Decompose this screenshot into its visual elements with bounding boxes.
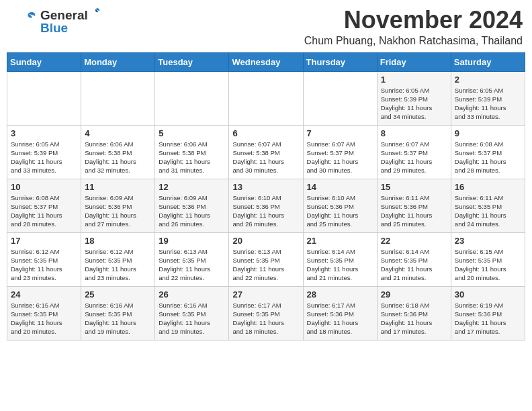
calendar-cell: 7Sunrise: 6:07 AM Sunset: 5:37 PM Daylig… <box>303 125 377 179</box>
logo-general: General <box>40 9 88 21</box>
calendar-week-1: 1Sunrise: 6:05 AM Sunset: 5:39 PM Daylig… <box>7 71 525 125</box>
calendar-cell: 24Sunrise: 6:15 AM Sunset: 5:35 PM Dayli… <box>7 286 81 340</box>
day-number: 3 <box>11 128 77 138</box>
calendar-cell: 4Sunrise: 6:06 AM Sunset: 5:38 PM Daylig… <box>81 125 155 179</box>
col-sunday: Sunday <box>7 52 81 71</box>
day-info: Sunrise: 6:15 AM Sunset: 5:35 PM Dayligh… <box>455 247 521 283</box>
day-info: Sunrise: 6:08 AM Sunset: 5:37 PM Dayligh… <box>455 140 521 175</box>
calendar-cell: 23Sunrise: 6:15 AM Sunset: 5:35 PM Dayli… <box>451 232 525 286</box>
calendar-cell: 3Sunrise: 6:05 AM Sunset: 5:39 PM Daylig… <box>7 125 81 179</box>
day-info: Sunrise: 6:05 AM Sunset: 5:39 PM Dayligh… <box>455 86 521 122</box>
day-info: Sunrise: 6:06 AM Sunset: 5:38 PM Dayligh… <box>85 140 151 175</box>
day-info: Sunrise: 6:09 AM Sunset: 5:36 PM Dayligh… <box>85 193 151 229</box>
calendar-week-2: 3Sunrise: 6:05 AM Sunset: 5:39 PM Daylig… <box>7 125 525 179</box>
col-thursday: Thursday <box>303 52 377 71</box>
calendar-cell: 21Sunrise: 6:14 AM Sunset: 5:35 PM Dayli… <box>303 232 377 286</box>
day-number: 22 <box>381 236 447 246</box>
calendar-cell: 16Sunrise: 6:11 AM Sunset: 5:35 PM Dayli… <box>451 179 525 232</box>
day-info: Sunrise: 6:08 AM Sunset: 5:37 PM Dayligh… <box>11 193 77 229</box>
day-info: Sunrise: 6:18 AM Sunset: 5:36 PM Dayligh… <box>381 301 447 336</box>
calendar-cell <box>81 71 155 125</box>
calendar-cell <box>229 71 303 125</box>
day-info: Sunrise: 6:19 AM Sunset: 5:36 PM Dayligh… <box>455 301 521 336</box>
day-number: 13 <box>232 182 299 192</box>
day-number: 14 <box>307 182 373 192</box>
day-number: 24 <box>11 289 77 300</box>
day-info: Sunrise: 6:11 AM Sunset: 5:35 PM Dayligh… <box>455 193 521 229</box>
calendar-cell: 22Sunrise: 6:14 AM Sunset: 5:35 PM Dayli… <box>377 232 451 286</box>
calendar-cell: 10Sunrise: 6:08 AM Sunset: 5:37 PM Dayli… <box>7 179 81 232</box>
calendar-cell: 13Sunrise: 6:10 AM Sunset: 5:36 PM Dayli… <box>229 179 303 232</box>
calendar-cell: 2Sunrise: 6:05 AM Sunset: 5:39 PM Daylig… <box>451 71 525 125</box>
day-number: 25 <box>85 289 151 300</box>
day-number: 6 <box>232 128 299 138</box>
day-number: 23 <box>455 236 521 246</box>
logo: General Blue <box>9 7 101 36</box>
day-info: Sunrise: 6:05 AM Sunset: 5:39 PM Dayligh… <box>11 140 77 175</box>
calendar-table: Sunday Monday Tuesday Wednesday Thursday… <box>7 52 525 340</box>
day-info: Sunrise: 6:11 AM Sunset: 5:36 PM Dayligh… <box>381 193 447 229</box>
day-number: 30 <box>455 289 521 300</box>
day-number: 5 <box>159 128 225 138</box>
day-number: 9 <box>455 128 521 138</box>
calendar-cell: 6Sunrise: 6:07 AM Sunset: 5:38 PM Daylig… <box>229 125 303 179</box>
day-number: 7 <box>307 128 373 138</box>
calendar-cell: 18Sunrise: 6:12 AM Sunset: 5:35 PM Dayli… <box>81 232 155 286</box>
page-header: General Blue November 2024 Chum Phuang, … <box>7 7 525 47</box>
day-number: 26 <box>159 289 225 300</box>
day-info: Sunrise: 6:12 AM Sunset: 5:35 PM Dayligh… <box>11 247 77 283</box>
calendar-cell: 27Sunrise: 6:17 AM Sunset: 5:35 PM Dayli… <box>229 286 303 340</box>
day-info: Sunrise: 6:09 AM Sunset: 5:36 PM Dayligh… <box>159 193 225 229</box>
calendar-cell: 11Sunrise: 6:09 AM Sunset: 5:36 PM Dayli… <box>81 179 155 232</box>
day-info: Sunrise: 6:06 AM Sunset: 5:38 PM Dayligh… <box>159 140 225 175</box>
day-number: 18 <box>85 236 151 246</box>
day-info: Sunrise: 6:15 AM Sunset: 5:35 PM Dayligh… <box>11 301 77 336</box>
calendar-cell: 5Sunrise: 6:06 AM Sunset: 5:38 PM Daylig… <box>155 125 229 179</box>
calendar-cell: 1Sunrise: 6:05 AM Sunset: 5:39 PM Daylig… <box>377 71 451 125</box>
day-number: 15 <box>381 182 447 192</box>
day-number: 2 <box>455 75 521 85</box>
logo-svg <box>9 7 39 36</box>
calendar-cell: 25Sunrise: 6:16 AM Sunset: 5:35 PM Dayli… <box>81 286 155 340</box>
calendar-cell: 15Sunrise: 6:11 AM Sunset: 5:36 PM Dayli… <box>377 179 451 232</box>
calendar-week-5: 24Sunrise: 6:15 AM Sunset: 5:35 PM Dayli… <box>7 286 525 340</box>
col-tuesday: Tuesday <box>155 52 229 71</box>
calendar-cell <box>7 71 81 125</box>
day-info: Sunrise: 6:16 AM Sunset: 5:35 PM Dayligh… <box>85 301 151 336</box>
day-info: Sunrise: 6:16 AM Sunset: 5:35 PM Dayligh… <box>159 301 225 336</box>
day-info: Sunrise: 6:07 AM Sunset: 5:37 PM Dayligh… <box>381 140 447 175</box>
day-number: 27 <box>232 289 299 300</box>
calendar-cell: 9Sunrise: 6:08 AM Sunset: 5:37 PM Daylig… <box>451 125 525 179</box>
logo-text: General Blue <box>40 9 101 34</box>
month-year-title: November 2024 <box>304 7 523 34</box>
calendar-week-4: 17Sunrise: 6:12 AM Sunset: 5:35 PM Dayli… <box>7 232 525 286</box>
day-info: Sunrise: 6:14 AM Sunset: 5:35 PM Dayligh… <box>307 247 373 283</box>
day-number: 11 <box>85 182 151 192</box>
day-number: 8 <box>381 128 447 138</box>
calendar-cell: 14Sunrise: 6:10 AM Sunset: 5:36 PM Dayli… <box>303 179 377 232</box>
logo-blue: Blue <box>40 21 101 34</box>
day-info: Sunrise: 6:13 AM Sunset: 5:35 PM Dayligh… <box>232 247 299 283</box>
calendar-cell: 20Sunrise: 6:13 AM Sunset: 5:35 PM Dayli… <box>229 232 303 286</box>
calendar-cell: 28Sunrise: 6:17 AM Sunset: 5:36 PM Dayli… <box>303 286 377 340</box>
calendar-week-3: 10Sunrise: 6:08 AM Sunset: 5:37 PM Dayli… <box>7 179 525 232</box>
day-info: Sunrise: 6:07 AM Sunset: 5:37 PM Dayligh… <box>307 140 373 175</box>
calendar-cell: 12Sunrise: 6:09 AM Sunset: 5:36 PM Dayli… <box>155 179 229 232</box>
day-number: 17 <box>11 236 77 246</box>
calendar-cell <box>155 71 229 125</box>
calendar-cell: 17Sunrise: 6:12 AM Sunset: 5:35 PM Dayli… <box>7 232 81 286</box>
day-info: Sunrise: 6:10 AM Sunset: 5:36 PM Dayligh… <box>307 193 373 229</box>
day-number: 16 <box>455 182 521 192</box>
location-subtitle: Chum Phuang, Nakhon Ratchasima, Thailand <box>304 35 523 47</box>
bird-icon <box>89 7 101 19</box>
day-number: 28 <box>307 289 373 300</box>
calendar-cell: 8Sunrise: 6:07 AM Sunset: 5:37 PM Daylig… <box>377 125 451 179</box>
day-info: Sunrise: 6:17 AM Sunset: 5:35 PM Dayligh… <box>232 301 299 336</box>
day-number: 19 <box>159 236 225 246</box>
calendar-cell: 29Sunrise: 6:18 AM Sunset: 5:36 PM Dayli… <box>377 286 451 340</box>
col-friday: Friday <box>377 52 451 71</box>
calendar-cell: 26Sunrise: 6:16 AM Sunset: 5:35 PM Dayli… <box>155 286 229 340</box>
day-info: Sunrise: 6:13 AM Sunset: 5:35 PM Dayligh… <box>159 247 225 283</box>
day-number: 4 <box>85 128 151 138</box>
title-block: November 2024 Chum Phuang, Nakhon Ratcha… <box>304 7 523 47</box>
